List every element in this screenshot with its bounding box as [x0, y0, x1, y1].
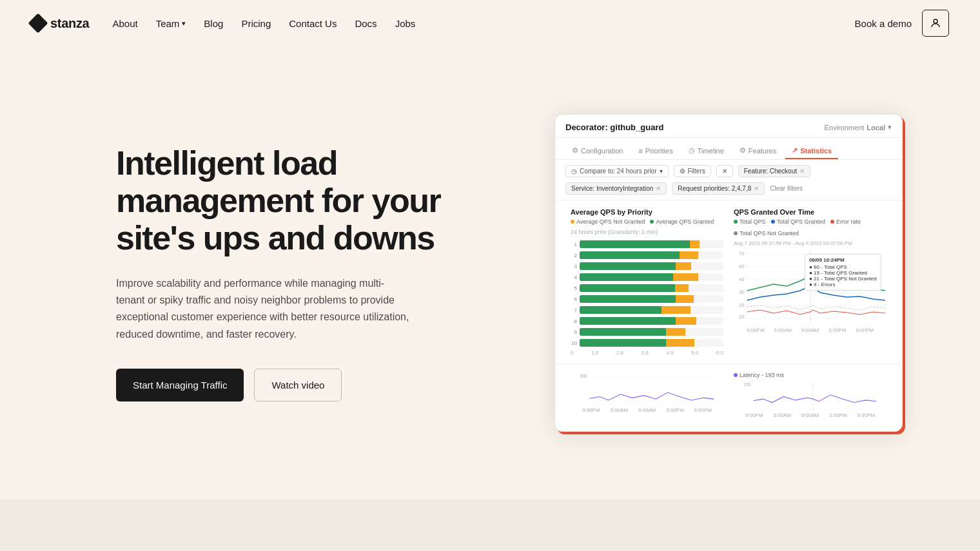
bar-track	[580, 240, 723, 248]
bar-orange-fill	[666, 339, 695, 347]
bar-label: 4	[571, 275, 577, 280]
date-range: Aug 7 2023 09:37:58 PM - Aug 8 2023 09:3…	[734, 240, 887, 246]
svg-point-0	[934, 19, 937, 23]
svg-text:800: 800	[580, 374, 587, 378]
bar-row: 6	[571, 295, 723, 303]
bottom-left-svg: 800	[571, 372, 723, 407]
bar-green-fill	[580, 251, 680, 259]
legend-red-dot	[830, 220, 834, 224]
svg-text:30: 30	[739, 290, 744, 295]
navigation: stanza About Team ▾ Blog Pricing Contact…	[0, 0, 980, 46]
qps-chart-title: Average QPS by Priority	[571, 208, 723, 216]
bar-row: 5	[571, 284, 723, 292]
bottom-charts: 800 9:00PM 3:00AM 9:00AM 3:00PM	[565, 367, 892, 423]
tab-statistics[interactable]: ↗ Statistics	[785, 143, 838, 159]
line-chart-svg: 70 60 40 30 20 10	[734, 249, 887, 326]
bar-track	[580, 295, 723, 303]
svg-text:70: 70	[739, 251, 744, 256]
bar-green-fill	[580, 262, 676, 270]
dashboard-preview: Decorator: github_guard Environment Loca…	[554, 114, 903, 432]
nav-team[interactable]: Team ▾	[156, 18, 186, 29]
bar-label: 10	[571, 340, 577, 346]
bottom-right-x-axis: 9:00PM 3:00AM 9:00AM 3:00PM 9:00PM	[734, 412, 887, 418]
nav-about[interactable]: About	[112, 18, 137, 29]
legend-green-dot2	[734, 220, 738, 224]
legend-green-dot	[650, 220, 654, 224]
bar-green-fill	[580, 317, 676, 325]
bar-row: 1	[571, 240, 723, 248]
filter-toggle[interactable]: ✕	[716, 165, 733, 177]
compare-filter-button[interactable]: ◷ Compare to: 24 hours prior ▾	[565, 165, 669, 177]
filters-button[interactable]: ⚙ Filters	[674, 165, 711, 177]
tab-configuration[interactable]: ⚙ Configuration	[565, 143, 629, 159]
svg-text:20: 20	[739, 303, 744, 308]
bar-orange-fill	[662, 306, 691, 314]
bar-label: 1	[571, 242, 577, 247]
qps-time-legend: Total QPS Total QPS Granted Error rate	[734, 218, 887, 237]
user-account-button[interactable]	[922, 10, 949, 37]
legend-granted: Average QPS Granted	[650, 218, 714, 225]
tab-timeline[interactable]: ◷ Timeline	[682, 143, 730, 159]
remove-priorities-filter[interactable]: ✕	[754, 185, 759, 192]
bar-row: 7	[571, 306, 723, 314]
bar-orange-fill	[675, 284, 689, 292]
environment-label: Environment Local ▾	[825, 123, 892, 131]
nav-jobs[interactable]: Jobs	[395, 18, 416, 29]
bar-track	[580, 328, 723, 336]
dashboard-bottom: 800 9:00PM 3:00AM 9:00AM 3:00PM	[555, 363, 902, 431]
bar-track	[580, 317, 723, 325]
logo[interactable]: stanza	[31, 16, 89, 31]
bottom-left-chart: 800 9:00PM 3:00AM 9:00AM 3:00PM	[565, 367, 729, 423]
bar-track	[580, 284, 723, 292]
dashboard-filters: ◷ Compare to: 24 hours prior ▾ ⚙ Filters…	[555, 160, 902, 200]
tab-features[interactable]: ⚙ Features	[733, 143, 783, 159]
bar-label: 5	[571, 285, 577, 291]
bar-orange-fill	[680, 251, 698, 259]
legend-total-qps: Total QPS	[734, 218, 766, 225]
clear-filters-button[interactable]: Clear filters	[770, 185, 803, 192]
line-chart-area: 70 60 40 30 20 10	[734, 249, 887, 333]
remove-checkout-filter[interactable]: ✕	[799, 168, 805, 175]
bar-chart: 12345678910	[571, 240, 723, 347]
latency-legend: Latency - 193 ms	[734, 372, 784, 378]
legend-orange-dot	[571, 220, 574, 224]
decorator-title: Decorator: github_guard	[565, 122, 663, 132]
brand-name: stanza	[50, 16, 89, 31]
bar-green-fill	[580, 273, 673, 281]
bar-label: 9	[571, 329, 577, 335]
remove-service-filter[interactable]: ✕	[656, 185, 661, 192]
logo-diamond-icon	[28, 13, 48, 33]
book-demo-button[interactable]: Book a demo	[855, 18, 912, 29]
bar-row: 3	[571, 262, 723, 270]
bar-orange-fill	[673, 273, 698, 281]
watch-video-button[interactable]: Watch video	[254, 369, 342, 401]
start-managing-button[interactable]: Start Managing Traffic	[116, 369, 244, 401]
bar-green-fill	[580, 284, 675, 292]
hero-buttons: Start Managing Traffic Watch video	[116, 369, 451, 401]
bar-track	[580, 273, 723, 281]
bar-green-fill	[580, 295, 676, 303]
filter-tag-priorities: Request priorities: 2,4,7,8 ✕	[672, 182, 765, 195]
bar-row: 2	[571, 251, 723, 259]
legend-not-granted2: Total QPS Not Granted	[734, 230, 799, 237]
nav-contact[interactable]: Contact Us	[289, 18, 337, 29]
dashboard-charts: Average QPS by Priority Average QPS Not …	[555, 200, 902, 363]
bar-track	[580, 251, 723, 259]
bottom-right-legend: Latency - 193 ms	[734, 372, 887, 378]
nav-blog[interactable]: Blog	[204, 18, 223, 29]
bar-track	[580, 339, 723, 347]
line-chart-x-axis: 9:00PM 3:00AM 9:00AM 3:00PM 9:00PM	[734, 326, 887, 333]
bar-green-fill	[580, 306, 662, 314]
bar-row: 4	[571, 273, 723, 281]
nav-right: Book a demo	[855, 10, 949, 37]
bar-label: 8	[571, 318, 577, 324]
latency-dot	[734, 373, 738, 377]
bar-axis: 01.02.03.04.05.06.0	[571, 350, 723, 356]
hero-title: Intelligent load management for your sit…	[116, 144, 451, 257]
nav-pricing[interactable]: Pricing	[241, 18, 271, 29]
nav-docs[interactable]: Docs	[355, 18, 377, 29]
legend-not-granted: Average QPS Not Granted	[571, 218, 645, 225]
bar-orange-fill	[676, 295, 694, 303]
svg-text:200: 200	[744, 382, 751, 387]
tab-priorities[interactable]: ≡ Priorities	[632, 143, 679, 159]
